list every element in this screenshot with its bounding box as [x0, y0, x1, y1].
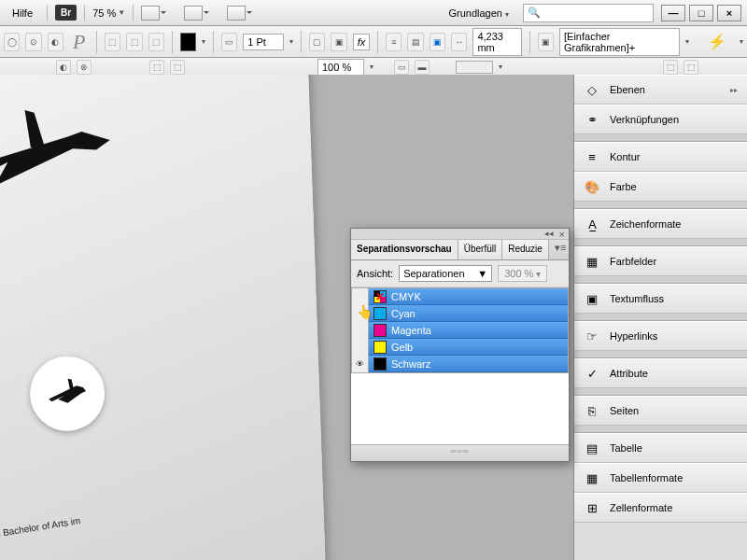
panel-kontur[interactable]: ≡Kontur	[574, 142, 747, 172]
panel-label: Tabelle	[610, 442, 642, 454]
view-options-icon[interactable]	[141, 6, 160, 21]
dropdown-icon[interactable]: ▾	[202, 37, 205, 46]
panel-label: Verknüpfungen	[610, 114, 679, 125]
panel-icon: ⎘	[584, 403, 600, 418]
text-wrap-icon[interactable]: ▤	[407, 33, 423, 51]
panel-icon: ▦	[584, 254, 600, 269]
effects-button[interactable]: fx	[353, 34, 371, 50]
stroke-style-field[interactable]	[456, 61, 493, 74]
tab-separations-preview[interactable]: Separationsvorschau	[351, 240, 458, 259]
separations-list: ✕CMYKCyanMagentaGelb👁Schwarz	[351, 287, 569, 373]
panel-menu-icon[interactable]: ▾≡	[555, 242, 566, 258]
quick-apply-icon[interactable]: ⚡	[700, 33, 734, 50]
visibility-toggle[interactable]	[352, 339, 369, 356]
tool-icon[interactable]: ⬚	[663, 60, 678, 75]
help-menu[interactable]: Hilfe	[6, 4, 39, 22]
panel-icon: ⊞	[584, 500, 600, 515]
screen-mode-icon[interactable]	[184, 6, 203, 21]
view-label: Ansicht:	[357, 268, 393, 279]
arrange-docs-icon[interactable]	[227, 6, 246, 21]
panel-icon: ≡	[584, 149, 600, 164]
panel-label: Zeichenformate	[610, 218, 681, 230]
tool-icon[interactable]: ⬚	[170, 60, 185, 75]
tool-icon[interactable]: ⊙	[25, 33, 41, 51]
panel-label: Textumfluss	[610, 293, 664, 304]
scale-field[interactable]: 100 %	[317, 59, 364, 76]
ink-limit-field[interactable]: 300 % ▾	[498, 265, 547, 282]
panel-icon: ▦	[584, 470, 600, 485]
visibility-toggle[interactable]	[352, 322, 369, 339]
separations-preview-panel[interactable]: ◂◂ × Separationsvorschau Überfüll Reduzi…	[350, 228, 570, 462]
separation-row[interactable]: ✕CMYK	[352, 288, 568, 305]
panel-verknüpfungen[interactable]: ⚭Verknüpfungen	[574, 105, 747, 134]
control-bar: ◯ ⊙ ◐ P ⬚ ⬚ ⬚ ▾ ▭ 1 Pt ▾ ▢ ▣ fx ≡ ▤ ▣ ↔ …	[0, 26, 747, 58]
visibility-toggle[interactable]	[352, 288, 369, 305]
page-body-text: S es digitalen für den urter Flughafen d…	[0, 376, 161, 560]
w-icon: ↔	[451, 33, 467, 51]
align-icon[interactable]: ⬚	[105, 33, 120, 51]
tool-icon[interactable]: ◐	[48, 33, 63, 51]
panel-farbfelder[interactable]: ▦Farbfelder	[574, 246, 747, 276]
panel-farbe[interactable]: 🎨Farbe	[574, 172, 747, 202]
panel-label: Seiten	[610, 405, 639, 416]
ink-name: Cyan	[391, 308, 416, 319]
close-button[interactable]: ×	[717, 5, 741, 21]
zoom-level[interactable]: 75 %▼	[92, 7, 125, 19]
panel-tabelle[interactable]: ▤Tabelle	[574, 433, 747, 463]
text-wrap-icon[interactable]: ≡	[386, 33, 402, 51]
bridge-button[interactable]: Br	[55, 5, 77, 21]
tool-icon[interactable]: ⬚	[684, 60, 698, 75]
panel-ebenen[interactable]: ◇Ebenen▸▸	[574, 75, 747, 105]
panel-attribute[interactable]: ✓Attribute	[574, 358, 747, 388]
workspace-switcher[interactable]: Grundlagen ▾	[442, 4, 515, 22]
panel-tabellenformate[interactable]: ▦Tabellenformate	[574, 463, 747, 493]
tool-icon[interactable]: ⬚	[149, 60, 164, 75]
width-field[interactable]: 4,233 mm	[472, 28, 521, 56]
panel-zellenformate[interactable]: ⊞Zellenformate	[574, 493, 747, 523]
panel-seiten[interactable]: ⎘Seiten	[574, 396, 747, 426]
paragraph-icon[interactable]: P	[69, 30, 89, 54]
stroke-weight-field[interactable]: 1 Pt	[243, 34, 284, 50]
collapse-arrows-icon[interactable]: ◂◂	[544, 229, 554, 239]
object-style-icon[interactable]: ▣	[538, 33, 554, 51]
visibility-toggle[interactable]: 👁	[352, 356, 369, 372]
tool-icon[interactable]: ▭	[394, 60, 409, 75]
window-controls: — □ ×	[661, 5, 741, 21]
panel-textumfluss[interactable]: ▣Textumfluss	[574, 284, 747, 314]
align-icon[interactable]: ⬚	[148, 33, 164, 51]
separation-row[interactable]: 👁Schwarz	[352, 356, 568, 372]
frame-fit-icon[interactable]: ▣	[430, 33, 445, 51]
tab-trap[interactable]: Überfüll	[458, 240, 502, 259]
distribute-icon[interactable]: ⬚	[126, 33, 142, 51]
fill-color-well[interactable]	[180, 33, 196, 51]
page-preview: S es digitalen für den urter Flughafen d…	[0, 75, 328, 560]
tool-icon[interactable]: ◯	[4, 33, 20, 51]
tool-icon[interactable]: ◐	[56, 60, 71, 75]
search-input[interactable]: 🔍	[523, 4, 654, 22]
panel-zeichenformate[interactable]: A̲Zeichenformate	[574, 209, 747, 239]
tool-icon[interactable]: ⊗	[77, 60, 92, 75]
stroke-picker-icon[interactable]: ▭	[221, 33, 237, 51]
panel-icon: ✓	[584, 366, 600, 381]
collapse-icon[interactable]: ▸▸	[730, 86, 738, 94]
corner-icon[interactable]: ▢	[309, 33, 325, 51]
panel-hyperlinks[interactable]: ☞Hyperlinks	[574, 321, 747, 351]
panel-icon: 🎨	[584, 179, 600, 194]
view-mode-dropdown[interactable]: Separationen▼	[399, 265, 492, 282]
corner-icon[interactable]: ▣	[331, 33, 346, 51]
control-bar-row2: ◐ ⊗ ⬚ ⬚ 100 % ▾ ▭ ▬ ▾ ⬚ ⬚	[0, 58, 747, 77]
maximize-button[interactable]: □	[689, 5, 713, 21]
ink-name: Magenta	[391, 325, 431, 336]
object-style-field[interactable]: [Einfacher Grafikrahmen]+	[559, 28, 680, 56]
panel-resize-grip[interactable]	[351, 444, 569, 461]
panel-icon: A̲	[584, 217, 600, 231]
panel-close-icon[interactable]: ×	[559, 229, 565, 239]
separation-row[interactable]: Magenta	[352, 322, 568, 339]
tool-icon[interactable]: ▬	[415, 60, 430, 75]
panel-label: Tabellenformate	[610, 472, 683, 483]
tab-flatten[interactable]: Reduzie	[502, 240, 549, 259]
panel-label: Attribute	[610, 368, 648, 379]
separation-row[interactable]: Gelb	[352, 339, 568, 356]
minimize-button[interactable]: —	[661, 5, 685, 21]
separation-row[interactable]: Cyan	[352, 305, 568, 322]
